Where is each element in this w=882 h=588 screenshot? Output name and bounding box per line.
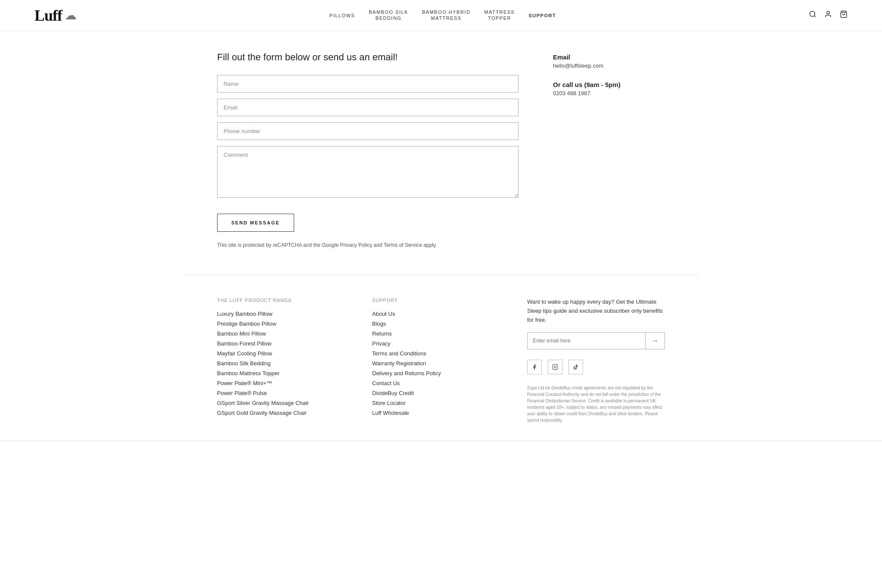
product-range-item[interactable]: Luxury Bamboo Pillow xyxy=(217,311,355,317)
logo[interactable]: Luff ☁ xyxy=(34,6,77,25)
nav-mattress-topper[interactable]: MATTRESS TOPPER xyxy=(484,9,515,21)
svg-point-0 xyxy=(810,11,815,16)
footer: The Luff Product Range Luxury Bamboo Pil… xyxy=(0,275,882,457)
main-content: Fill out the form below or send us an em… xyxy=(183,31,699,275)
nav-support[interactable]: SUPPORT xyxy=(528,13,556,18)
comment-input[interactable] xyxy=(217,146,519,198)
social-icons xyxy=(527,360,665,374)
support-item[interactable]: About Us xyxy=(372,311,510,317)
email-info-block: Email hello@luffsleep.com xyxy=(553,53,665,69)
newsletter-text: Want to wake up happy every day? Get the… xyxy=(527,298,665,324)
search-icon[interactable] xyxy=(809,10,817,20)
support-item[interactable]: Warranty Registration xyxy=(372,360,510,367)
account-icon[interactable] xyxy=(824,10,832,20)
page-heading: Fill out the form below or send us an em… xyxy=(217,52,519,63)
header-icons xyxy=(809,10,848,20)
product-range-item[interactable]: Bamboo Silk Bedding xyxy=(217,360,355,367)
phone-label: Or call us (9am - 5pm) xyxy=(553,81,665,88)
product-range-item[interactable]: Prestige Bamboo Pillow xyxy=(217,320,355,327)
product-range-item[interactable]: Mayfair Cooling Pillow xyxy=(217,350,355,357)
product-range-title: The Luff Product Range xyxy=(217,298,355,303)
name-input[interactable] xyxy=(217,75,519,93)
phone-field-group xyxy=(217,122,519,140)
product-range-item[interactable]: Power Plate® Mini+™ xyxy=(217,380,355,386)
nav-pillows[interactable]: PILLOWS xyxy=(329,13,355,18)
product-range-item[interactable]: GSport Silver Gravity Massage Chair xyxy=(217,400,355,406)
header: Luff ☁ PILLOWS BAMBOO SILK BEDDING BAMBO… xyxy=(0,0,882,31)
facebook-icon[interactable] xyxy=(527,360,542,374)
product-range-item[interactable]: Bamboo Forest Pillow xyxy=(217,340,355,347)
footer-bottom xyxy=(0,441,882,457)
support-item[interactable]: DivideBuy Credit xyxy=(372,390,510,396)
legal-text: Zopa Ltd t/a DivideBuy credit agreements… xyxy=(527,385,665,423)
footer-product-range: The Luff Product Range Luxury Bamboo Pil… xyxy=(217,298,355,423)
logo-text: Luff xyxy=(34,6,62,25)
nav-bamboo-silk-bedding[interactable]: BAMBOO SILK BEDDING xyxy=(369,9,408,21)
tiktok-icon[interactable] xyxy=(568,360,583,374)
comment-field-group xyxy=(217,146,519,199)
support-item[interactable]: Delivery and Returns Policy xyxy=(372,370,510,376)
phone-input[interactable] xyxy=(217,122,519,140)
svg-rect-4 xyxy=(553,365,558,370)
product-range-item[interactable]: Power Plate® Pulse xyxy=(217,390,355,396)
email-label: Email xyxy=(553,53,665,61)
support-list: About UsBlogsReturnsPrivacyTerms and Con… xyxy=(372,311,510,416)
footer-grid: The Luff Product Range Luxury Bamboo Pil… xyxy=(217,298,665,423)
support-title: Support xyxy=(372,298,510,303)
phone-value: 0203 488 1987 xyxy=(553,90,665,96)
support-item[interactable]: Returns xyxy=(372,330,510,337)
newsletter-input-row: → xyxy=(527,332,665,349)
contact-form-section: Fill out the form below or send us an em… xyxy=(217,52,519,249)
svg-point-2 xyxy=(827,11,829,14)
main-nav: PILLOWS BAMBOO SILK BEDDING BAMBOO HYBRI… xyxy=(329,9,556,21)
support-item[interactable]: Terms and Conditions xyxy=(372,350,510,357)
recaptcha-note: This site is protected by reCAPTCHA and … xyxy=(217,241,519,249)
support-item[interactable]: Store Locator xyxy=(372,400,510,406)
support-item[interactable]: Blogs xyxy=(372,320,510,327)
name-field-group xyxy=(217,75,519,93)
support-item[interactable]: Luff Wholesale xyxy=(372,410,510,416)
product-range-item[interactable]: Bamboo Mattress Topper xyxy=(217,370,355,376)
instagram-icon[interactable] xyxy=(548,360,562,374)
newsletter-submit-button[interactable]: → xyxy=(645,333,665,349)
footer-newsletter: Want to wake up happy every day? Get the… xyxy=(527,298,665,423)
send-message-button[interactable]: SEND MESSAGE xyxy=(217,214,294,232)
email-value: hello@luffsleep.com xyxy=(553,62,665,69)
email-field-group xyxy=(217,99,519,116)
phone-info-block: Or call us (9am - 5pm) 0203 488 1987 xyxy=(553,81,665,96)
footer-support: Support About UsBlogsReturnsPrivacyTerms… xyxy=(372,298,510,423)
nav-bamboo-hybrid-mattress[interactable]: BAMBOO HYBRID MATTRESS xyxy=(422,9,470,21)
svg-line-1 xyxy=(814,16,815,17)
contact-info-section: Email hello@luffsleep.com Or call us (9a… xyxy=(553,52,665,249)
product-range-list: Luxury Bamboo PillowPrestige Bamboo Pill… xyxy=(217,311,355,416)
product-range-item[interactable]: Bamboo Mini Pillow xyxy=(217,330,355,337)
logo-cloud-icon: ☁ xyxy=(65,8,77,22)
product-range-item[interactable]: GSport Gold Gravity Massage Chair xyxy=(217,410,355,416)
cart-icon[interactable] xyxy=(840,10,848,20)
newsletter-email-input[interactable] xyxy=(528,333,645,349)
footer-content: The Luff Product Range Luxury Bamboo Pil… xyxy=(183,275,699,441)
email-input[interactable] xyxy=(217,99,519,116)
support-item[interactable]: Contact Us xyxy=(372,380,510,386)
support-item[interactable]: Privacy xyxy=(372,340,510,347)
